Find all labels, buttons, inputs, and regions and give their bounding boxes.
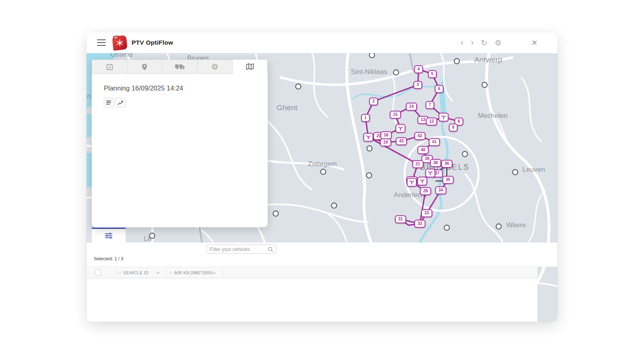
app-title: PTV OptiFlow <box>132 39 173 46</box>
chevron-down-icon[interactable] <box>212 270 216 274</box>
gear-icon: ⚙ <box>211 62 219 72</box>
depot-marker[interactable] <box>396 124 406 133</box>
stop-marker[interactable]: 15 <box>390 111 401 119</box>
snowflake-icon <box>116 39 124 47</box>
unplanned-order-marker[interactable] <box>366 173 372 179</box>
unplanned-order-marker[interactable] <box>393 70 399 76</box>
vehicle-search <box>206 245 276 254</box>
stop-marker[interactable]: 1 <box>361 114 370 122</box>
stop-marker[interactable]: 40 <box>417 146 429 154</box>
list-view-button[interactable] <box>104 98 114 107</box>
chart-view-button[interactable] <box>116 98 125 107</box>
tab-calendar[interactable] <box>92 60 127 74</box>
column-air-kilometers[interactable]: ↓↑ AIR KILOMETERS <box>169 267 213 278</box>
stop-marker[interactable]: 3 <box>413 81 422 89</box>
location-pin-icon <box>141 63 148 71</box>
stop-marker[interactable]: 4 <box>414 65 423 73</box>
column-label: AIR KILOMETERS <box>174 270 213 275</box>
stop-marker[interactable]: 2 <box>369 97 378 105</box>
unplanned-order-marker[interactable] <box>462 151 468 157</box>
unplanned-order-marker[interactable] <box>454 58 460 64</box>
stop-marker[interactable]: 6 <box>435 85 444 93</box>
stop-marker[interactable]: 18 <box>380 131 392 139</box>
planning-panel: ⚙ Planning 16/09/2025 14:24 <box>92 60 268 227</box>
stop-marker[interactable]: 14 <box>406 103 417 111</box>
stop-marker[interactable]: 33 <box>421 209 432 217</box>
unplanned-order-marker[interactable] <box>273 211 279 217</box>
stop-marker[interactable]: 34 <box>435 186 446 194</box>
close-icon[interactable]: × <box>526 37 543 48</box>
unplanned-order-marker[interactable] <box>331 203 337 209</box>
unplanned-order-marker[interactable] <box>496 224 502 230</box>
unplanned-order-marker[interactable] <box>512 169 518 175</box>
settings-gear-icon[interactable]: ⚙ <box>491 39 505 47</box>
unplanned-order-marker[interactable] <box>482 82 488 88</box>
column-label: VEHICLE ID <box>123 270 149 275</box>
stop-marker[interactable]: 36 <box>441 160 452 168</box>
stop-marker[interactable]: 7 <box>425 101 434 109</box>
stop-marker[interactable]: 9 <box>449 123 458 132</box>
depot-marker[interactable] <box>439 113 449 121</box>
line-chart-icon <box>118 100 123 105</box>
select-all-checkbox[interactable] <box>95 269 101 276</box>
nav-back-icon[interactable]: ‹ <box>457 38 467 47</box>
stop-marker[interactable]: 43 <box>396 137 407 145</box>
tab-vehicles[interactable] <box>162 60 197 74</box>
unplanned-order-marker[interactable] <box>149 233 155 239</box>
hamburger-menu-icon[interactable] <box>97 39 106 46</box>
stop-marker[interactable]: 42 <box>414 132 425 140</box>
chevron-down-icon[interactable] <box>156 270 160 274</box>
unplanned-order-marker[interactable] <box>295 84 301 90</box>
vehicle-filter-bar: Selected: 1 / 3 <box>87 243 557 267</box>
nav-forward-icon[interactable]: › <box>467 38 477 47</box>
vehicle-filter-tab[interactable] <box>92 228 126 243</box>
column-vehicle-id[interactable]: ↓↑ VEHICLE ID <box>118 267 149 278</box>
view-switcher <box>104 98 258 107</box>
table-header: ↓↑ VEHICLE ID ↓↑ AIR KILOMETERS <box>87 267 537 278</box>
stop-marker[interactable]: 35 <box>442 176 454 184</box>
depot-marker[interactable] <box>425 169 436 177</box>
planning-title: Planning 16/09/2025 14:24 <box>104 84 258 92</box>
sliders-filter-icon <box>104 232 113 239</box>
vehicle-search-input[interactable] <box>210 245 266 253</box>
map-icon <box>246 63 254 70</box>
stop-marker[interactable]: 28 <box>420 187 431 195</box>
depot-marker[interactable] <box>417 177 427 185</box>
depot-marker[interactable] <box>407 178 417 187</box>
search-icon <box>268 247 274 253</box>
selected-count: Selected: 1 / 3 <box>94 256 124 261</box>
depot-marker[interactable] <box>363 133 374 142</box>
stop-marker[interactable]: 12 <box>426 117 437 125</box>
list-icon <box>106 100 111 105</box>
app-window: OstendBrugesAntwerpSint-NiklaasGhentMech… <box>87 32 557 322</box>
unplanned-order-marker[interactable] <box>320 169 326 175</box>
stop-marker[interactable]: 5 <box>428 70 437 78</box>
stop-marker[interactable]: 38 <box>430 159 441 167</box>
calendar-icon <box>106 63 114 71</box>
tab-locations[interactable] <box>127 60 162 74</box>
truck-icon <box>175 63 185 70</box>
titlebar: OF PTV OptiFlow ‹ › ↻ ⚙ × <box>87 32 557 53</box>
vehicle-table: ↓↑ VEHICLE ID ↓↑ AIR KILOMETERS <box>87 267 537 322</box>
unplanned-order-marker[interactable] <box>367 146 373 152</box>
sort-icon[interactable]: ↓↑ <box>118 271 121 275</box>
tab-map[interactable] <box>233 60 268 74</box>
stop-marker[interactable]: 21 <box>412 160 423 168</box>
stop-marker[interactable]: 31 <box>395 215 406 223</box>
sort-icon[interactable]: ↓↑ <box>169 271 172 275</box>
stop-marker[interactable]: 32 <box>414 220 425 228</box>
ptv-optiflow-logo: OF <box>113 36 127 50</box>
tab-settings[interactable]: ⚙ <box>198 60 233 74</box>
stop-marker[interactable]: 41 <box>429 138 440 146</box>
refresh-icon[interactable]: ↻ <box>477 39 491 47</box>
stop-marker[interactable]: 19 <box>380 138 391 146</box>
panel-tab-bar: ⚙ <box>92 60 268 74</box>
unplanned-order-marker[interactable] <box>444 225 450 231</box>
